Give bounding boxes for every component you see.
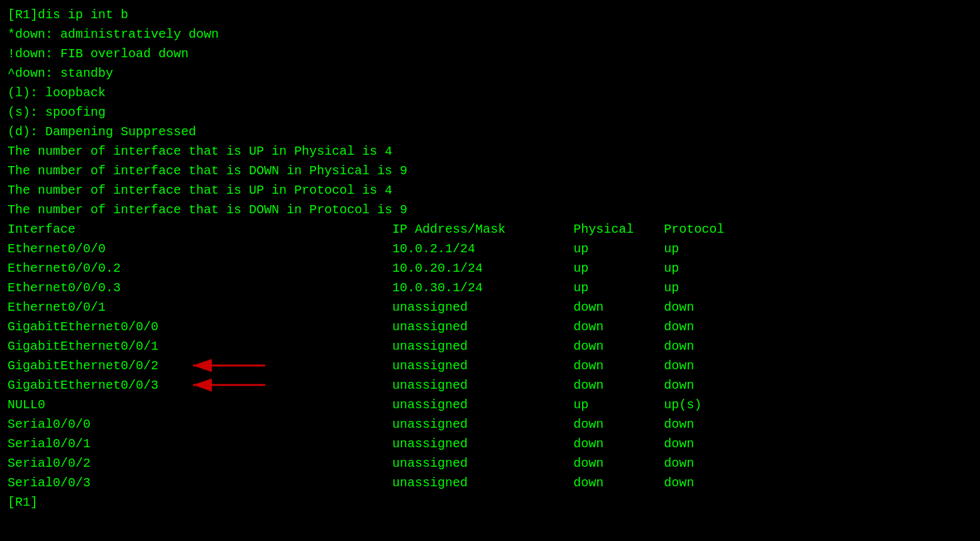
terminal-line-eth001: Ethernet0/0/1 unassigned down down <box>8 298 972 317</box>
terminal-line-stat3: The number of interface that is UP in Pr… <box>8 181 972 200</box>
terminal-line-legend4: (l): loopback <box>8 83 972 103</box>
terminal-line-legend5: (s): spoofing <box>8 103 972 122</box>
terminal-line-eth0003: Ethernet0/0/0.3 10.0.30.1/24 up up <box>8 278 972 298</box>
terminal-line-gig002: GigabitEthernet0/0/2 unassigned down dow… <box>8 356 972 376</box>
terminal-line-stat1: The number of interface that is UP in Ph… <box>8 142 972 161</box>
terminal-line-cmd: [R1]dis ip int b <box>8 5 972 25</box>
terminal-line-gig000: GigabitEthernet0/0/0 unassigned down dow… <box>8 317 972 337</box>
terminal-content: [R1]dis ip int b*down: administratively … <box>8 5 972 512</box>
terminal-line-eth0002: Ethernet0/0/0.2 10.0.20.1/24 up up <box>8 259 972 278</box>
terminal-line-eth000: Ethernet0/0/0 10.0.2.1/24 up up <box>8 239 972 259</box>
terminal-line-ser002: Serial0/0/2 unassigned down down <box>8 454 972 473</box>
terminal-line-prompt: [R1] <box>8 493 972 512</box>
terminal-line-legend2: !down: FIB overload down <box>8 44 972 64</box>
terminal-window: [R1]dis ip int b*down: administratively … <box>8 5 972 512</box>
terminal-line-legend1: *down: administratively down <box>8 25 972 44</box>
terminal-line-ser000: Serial0/0/0 unassigned down down <box>8 415 972 434</box>
terminal-line-null0: NULL0 unassigned up up(s) <box>8 395 972 415</box>
terminal-line-legend6: (d): Dampening Suppressed <box>8 122 972 142</box>
terminal-line-legend3: ^down: standby <box>8 64 972 83</box>
terminal-line-ser001: Serial0/0/1 unassigned down down <box>8 434 972 454</box>
terminal-line-stat4: The number of interface that is DOWN in … <box>8 200 972 220</box>
terminal-line-header: Interface IP Address/Mask Physical Proto… <box>8 220 972 239</box>
terminal-line-gig003: GigabitEthernet0/0/3 unassigned down dow… <box>8 376 972 395</box>
terminal-line-ser003: Serial0/0/3 unassigned down down <box>8 473 972 493</box>
terminal-line-stat2: The number of interface that is DOWN in … <box>8 161 972 181</box>
terminal-line-gig001: GigabitEthernet0/0/1 unassigned down dow… <box>8 337 972 356</box>
